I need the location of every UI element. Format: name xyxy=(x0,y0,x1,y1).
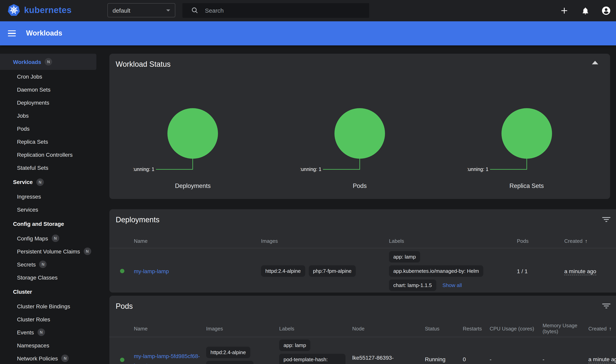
sort-asc-icon[interactable]: ↑ xyxy=(585,238,588,244)
node-name: lke55127-86393-622f8d09399a xyxy=(352,354,394,364)
image-chip: php:7-fpm-alpine xyxy=(206,361,253,364)
col-cpu[interactable]: CPU Usage (cores) xyxy=(490,320,543,337)
col-created[interactable]: Created↑ xyxy=(588,320,616,337)
sidebar-item-cluster-roles[interactable]: Cluster Roles xyxy=(0,313,103,326)
sidebar-item-secrets[interactable]: Secrets N xyxy=(0,258,103,271)
kubernetes-logo-icon xyxy=(7,3,21,17)
pod-name-link[interactable]: my-lamp-lamp-5fd985cf68-jwvz4 xyxy=(134,353,200,364)
deployment-row: my-lamp-lamp httpd:2.4-alpine php:7-fpm-… xyxy=(109,248,616,294)
new-badge: N xyxy=(39,260,47,268)
pods-header-row: Name Images Labels Node Status Restarts … xyxy=(109,320,616,337)
col-labels[interactable]: Labels xyxy=(389,234,517,248)
filter-icon[interactable] xyxy=(602,304,610,310)
col-images[interactable]: Images xyxy=(206,320,279,337)
pods-title: Pods xyxy=(109,296,616,315)
sidebar-section-service[interactable]: Service N xyxy=(0,174,103,190)
pie-chart-deployments: Running: 1 Deployments xyxy=(109,107,276,190)
sidebar-item-cron-jobs[interactable]: Cron Jobs xyxy=(0,70,103,83)
deployments-table: Name Images Labels Pods Created↑ my-lamp… xyxy=(109,234,616,294)
sidebar-item-network-policies[interactable]: Network Policies N xyxy=(0,352,103,364)
deployments-header-row: Name Images Labels Pods Created↑ xyxy=(109,234,616,248)
deployments-card: Deployments Name Images Labels Pods Crea… xyxy=(109,209,616,293)
search-input[interactable] xyxy=(204,7,369,14)
account-icon xyxy=(601,6,611,15)
sidebar-item-services[interactable]: Services xyxy=(0,203,103,216)
search-icon xyxy=(191,7,199,14)
pie-slice-running[interactable] xyxy=(334,108,385,159)
sidebar-nav: Workloads N Cron Jobs Daemon Sets Deploy… xyxy=(0,45,103,364)
pods-table: Name Images Labels Node Status Restarts … xyxy=(109,320,616,364)
menu-icon xyxy=(8,30,16,31)
col-restarts[interactable]: Restarts xyxy=(463,320,490,337)
sidebar-item-storage-classes[interactable]: Storage Classes xyxy=(0,271,103,284)
sidebar-item-cluster-role-bindings[interactable]: Cluster Role Bindings xyxy=(0,300,103,313)
sidebar-item-replica-sets[interactable]: Replica Sets xyxy=(0,135,103,148)
sidebar-item-ingresses[interactable]: Ingresses xyxy=(0,190,103,203)
col-pods[interactable]: Pods xyxy=(517,234,564,248)
chart-label: Deployments xyxy=(175,182,211,190)
brand[interactable]: kubernetes xyxy=(7,3,72,17)
sidebar-item-jobs[interactable]: Jobs xyxy=(0,109,103,122)
sidebar-item-config-maps[interactable]: Config Maps N xyxy=(0,232,103,245)
callout-line xyxy=(156,159,193,169)
image-chip: php:7-fpm-alpine xyxy=(309,265,356,277)
col-created[interactable]: Created↑ xyxy=(564,234,616,248)
label-chip: pod-template-hash: 5fd985cf68 xyxy=(279,354,345,364)
status-ok-dot xyxy=(120,269,124,273)
pie-slice-running[interactable] xyxy=(168,108,218,159)
create-resource-button[interactable] xyxy=(559,6,569,16)
workload-status-charts: Running: 1 Deployments Running: 1 Pods R… xyxy=(109,107,610,190)
image-chip: httpd:2.4-alpine xyxy=(261,265,305,277)
filter-icon[interactable] xyxy=(602,217,610,223)
sort-asc-icon[interactable]: ↑ xyxy=(609,325,612,331)
col-labels[interactable]: Labels xyxy=(279,320,352,337)
bell-icon xyxy=(581,7,589,15)
col-name[interactable]: Name xyxy=(134,320,206,337)
callout-line xyxy=(323,159,360,169)
callout-label: Running: 1 xyxy=(301,166,321,172)
pods-card: Pods Name Images Labels Node Status Rest… xyxy=(109,296,616,364)
sidebar-section-cluster: Cluster xyxy=(0,284,103,300)
sidebar-item-stateful-sets[interactable]: Stateful Sets xyxy=(0,161,103,174)
new-badge: N xyxy=(36,178,44,186)
created-time: a minute ago xyxy=(564,268,596,275)
pie-slice-running[interactable] xyxy=(501,108,552,159)
sidebar-item-workloads[interactable]: Workloads N xyxy=(0,54,96,70)
sidebar-item-pods[interactable]: Pods xyxy=(0,122,103,135)
pie-pods-svg: Running: 1 xyxy=(301,107,419,175)
sidebar-item-persistent-volume-claims[interactable]: Persistent Volume Claims N xyxy=(0,245,103,258)
col-node[interactable]: Node xyxy=(352,320,425,337)
workload-status-card: Workload Status Running: 1 Deployments R… xyxy=(109,54,610,199)
search-bar[interactable] xyxy=(183,3,369,18)
sidebar-item-namespaces[interactable]: Namespaces xyxy=(0,339,103,352)
sidebar-item-daemon-sets[interactable]: Daemon Sets xyxy=(0,83,103,96)
namespace-select[interactable]: default xyxy=(107,3,175,17)
col-status[interactable]: Status xyxy=(425,320,463,337)
sidebar-item-replication-controllers[interactable]: Replication Controllers xyxy=(0,148,103,161)
collapse-icon[interactable] xyxy=(592,61,598,64)
workload-status-title: Workload Status xyxy=(109,54,610,73)
account-button[interactable] xyxy=(601,6,611,16)
col-memory[interactable]: Memory Usage (bytes) xyxy=(543,320,588,337)
callout-label: Running: 1 xyxy=(134,166,155,172)
deployment-name-link[interactable]: my-lamp-lamp xyxy=(134,268,169,274)
callout-line xyxy=(490,159,526,169)
menu-button[interactable] xyxy=(8,30,16,37)
new-badge: N xyxy=(83,247,91,255)
label-chip: app: lamp xyxy=(279,339,310,351)
col-images[interactable]: Images xyxy=(261,234,389,248)
show-all-link[interactable]: Show all xyxy=(443,282,462,288)
new-badge: N xyxy=(52,234,59,242)
chart-label: Replica Sets xyxy=(509,182,544,190)
topbar-actions xyxy=(559,0,611,21)
col-name[interactable]: Name xyxy=(134,234,261,248)
notifications-button[interactable] xyxy=(580,6,590,16)
top-bar: kubernetes default xyxy=(0,0,616,21)
label-chip: app.kubernetes.io/managed-by: Helm xyxy=(389,265,483,277)
brand-name: kubernetes xyxy=(24,5,72,15)
label-chip: app: lamp xyxy=(389,251,420,262)
pod-memory: - xyxy=(543,356,544,363)
sidebar-item-deployments[interactable]: Deployments xyxy=(0,96,103,109)
label-chip: chart: lamp-1.1.5 xyxy=(389,280,436,291)
sidebar-item-events[interactable]: Events N xyxy=(0,326,103,339)
